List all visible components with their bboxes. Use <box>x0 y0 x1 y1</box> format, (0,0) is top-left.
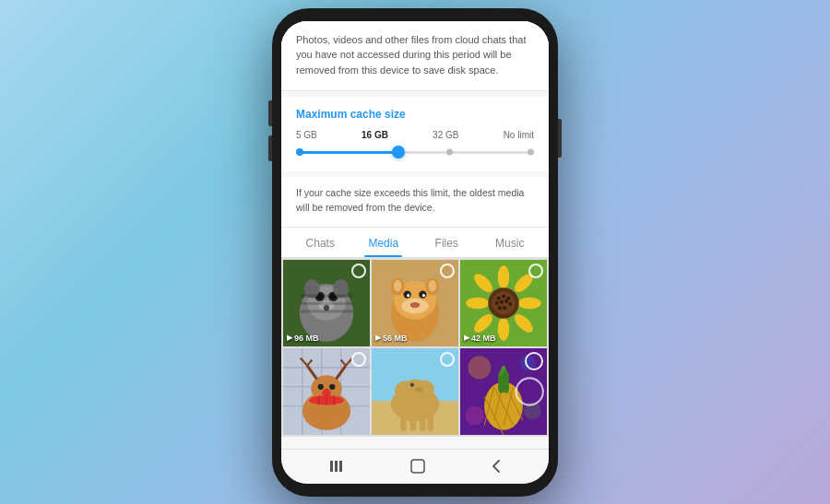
slider-dot-mid <box>446 149 453 156</box>
media-select-6[interactable] <box>525 352 543 370</box>
svg-point-26 <box>429 279 436 291</box>
svg-point-88 <box>465 405 484 425</box>
volume-up-button <box>268 100 272 126</box>
slider-dot-end <box>528 149 534 156</box>
media-cell-1[interactable]: ▶ 96 MB <box>283 260 370 346</box>
slider-label-5gb: 5 GB <box>296 130 317 140</box>
slider-container[interactable] <box>296 146 534 158</box>
nav-home-icon[interactable] <box>410 459 425 474</box>
slider-label-16gb: 16 GB <box>362 130 388 140</box>
cache-note-text: If your cache size exceeds this limit, t… <box>296 186 534 216</box>
content-area: Photos, videos and other files from clou… <box>281 21 549 449</box>
svg-point-43 <box>504 299 508 302</box>
media-cell-5[interactable] <box>372 348 458 435</box>
svg-point-60 <box>323 388 330 395</box>
nav-menu-icon[interactable] <box>328 460 345 473</box>
svg-rect-82 <box>410 416 416 431</box>
svg-point-38 <box>497 296 501 299</box>
info-text: Photos, videos and other files from clou… <box>296 32 534 78</box>
svg-rect-102 <box>330 461 333 472</box>
nav-back-icon[interactable] <box>491 459 502 474</box>
slider-thumb[interactable] <box>392 146 405 158</box>
slider-labels: 5 GB 16 GB 32 GB No limit <box>296 130 534 140</box>
svg-point-31 <box>518 297 541 309</box>
play-icon-1: ▶ <box>287 334 292 342</box>
cache-title: Maximum cache size <box>296 108 534 121</box>
svg-point-44 <box>508 301 512 305</box>
cache-section: Maximum cache size 5 GB 16 GB 32 GB No l… <box>281 97 549 171</box>
media-select-4[interactable] <box>351 352 366 367</box>
bottom-nav <box>281 449 549 484</box>
media-size-3: ▶ 42 MB <box>464 334 496 343</box>
svg-point-39 <box>502 294 505 298</box>
media-size-1: ▶ 96 MB <box>287 334 319 343</box>
slider-track <box>296 151 534 154</box>
svg-point-58 <box>329 383 335 389</box>
play-icon-2: ▶ <box>375 334 381 342</box>
tab-media[interactable]: Media <box>352 228 416 257</box>
media-cell-3[interactable]: ▶ 42 MB <box>460 260 547 346</box>
svg-point-86 <box>468 356 491 379</box>
tab-chats[interactable]: Chats <box>289 228 352 257</box>
tabs-bar: Chats Media Files Music <box>281 228 549 258</box>
phone-device: Photos, videos and other files from clou… <box>272 8 558 497</box>
media-size-2: ▶ 56 MB <box>375 334 408 343</box>
svg-rect-103 <box>335 461 338 472</box>
cache-note: If your cache size exceeds this limit, t… <box>281 177 549 228</box>
media-select-5[interactable] <box>440 352 455 367</box>
svg-point-28 <box>498 265 510 288</box>
svg-point-30 <box>466 297 489 309</box>
power-button <box>558 119 562 158</box>
media-cell-4[interactable] <box>283 348 370 435</box>
svg-rect-83 <box>420 416 425 431</box>
phone-screen: Photos, videos and other files from clou… <box>281 21 549 484</box>
media-select-2[interactable] <box>440 264 455 278</box>
svg-rect-81 <box>400 416 406 431</box>
slider-label-32gb: 32 GB <box>433 130 458 140</box>
svg-rect-11 <box>301 294 353 297</box>
svg-point-57 <box>318 383 324 389</box>
volume-down-button <box>268 135 272 161</box>
media-select-1[interactable] <box>351 264 366 278</box>
tab-music[interactable]: Music <box>479 228 542 257</box>
media-cell-2[interactable]: ▶ 56 MB <box>372 260 458 346</box>
svg-point-22 <box>410 301 420 307</box>
screen-content: Photos, videos and other files from clou… <box>281 21 549 484</box>
svg-rect-104 <box>339 461 342 472</box>
svg-point-42 <box>500 299 504 303</box>
slider-label-nolimit: No limit <box>504 130 534 140</box>
tab-files[interactable]: Files <box>415 228 479 257</box>
info-section: Photos, videos and other files from clou… <box>281 21 549 92</box>
svg-point-80 <box>415 387 422 392</box>
svg-point-41 <box>495 300 499 304</box>
svg-point-46 <box>503 306 506 310</box>
media-select-3[interactable] <box>528 264 543 278</box>
svg-point-20 <box>407 294 409 297</box>
media-grid: ▶ 96 MB <box>281 258 549 437</box>
svg-rect-13 <box>301 310 353 312</box>
svg-rect-12 <box>301 301 353 304</box>
svg-point-45 <box>498 306 502 310</box>
svg-point-25 <box>394 279 401 291</box>
svg-rect-84 <box>428 416 433 431</box>
svg-point-79 <box>410 382 414 386</box>
svg-point-21 <box>422 294 425 297</box>
svg-rect-105 <box>411 460 424 473</box>
svg-point-29 <box>498 317 510 340</box>
media-cell-6[interactable] <box>460 348 547 435</box>
svg-point-78 <box>406 379 425 394</box>
play-icon-3: ▶ <box>464 334 469 342</box>
slider-fill <box>296 151 403 154</box>
slider-dot-start <box>296 148 303 156</box>
